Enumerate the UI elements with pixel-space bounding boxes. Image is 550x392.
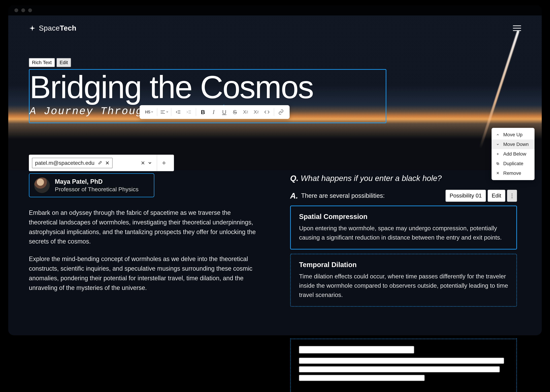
italic-button[interactable]: I: [209, 107, 218, 117]
body-paragraph: Explore the mind-bending concept of worm…: [29, 254, 261, 293]
possibility-variant-chip[interactable]: Possibility 01: [446, 190, 486, 202]
skeleton-line: [299, 366, 500, 372]
email-value: patel.m@spacetech.edu: [35, 160, 95, 166]
qa-block: Q. What happens if you enter a black hol…: [290, 174, 517, 311]
author-card[interactable]: Maya Patel, PhD Professor of Theoretical…: [29, 173, 154, 197]
block-type-chip[interactable]: Rich Text: [29, 58, 55, 67]
remove-tag-icon[interactable]: ✕: [105, 160, 110, 166]
window-titlebar: [8, 5, 542, 15]
author-email-input[interactable]: patel.m@spacetech.edu ✕ ✕ +: [29, 155, 174, 171]
app-window: SpaceTech Rich Text Edit Bridging the Co…: [8, 5, 542, 335]
possibility-title: Spatial Compression: [299, 213, 508, 220]
skeleton-line: [299, 375, 425, 381]
plus-icon: +: [495, 152, 500, 156]
formatting-toolbar: H5 B I U S X: [139, 105, 290, 119]
outdent-button[interactable]: [174, 107, 183, 117]
subscript-button[interactable]: X2: [241, 107, 251, 117]
author-name: Maya Patel, PhD: [55, 178, 139, 185]
menu-move-up[interactable]: Move Up: [492, 130, 535, 140]
edit-icon[interactable]: [98, 161, 102, 165]
title-block: Rich Text Edit Bridging the Cosmos A Jou…: [29, 58, 386, 123]
possibility-item-selected[interactable]: Spatial Compression Upon entering the wo…: [290, 206, 517, 250]
possibility-body: Time dilation effects could occur, where…: [299, 272, 508, 300]
chevron-up-icon: [495, 133, 500, 136]
add-tag-button[interactable]: +: [157, 155, 171, 171]
page-title: Bridging the Cosmos: [29, 71, 382, 103]
possibility-item-overflow: [290, 339, 517, 392]
skeleton-line: [299, 346, 414, 353]
traffic-light-minimize[interactable]: [21, 8, 25, 12]
question-prefix: Q.: [290, 174, 299, 183]
chevron-down-icon[interactable]: [147, 161, 152, 165]
title-edit-region[interactable]: Bridging the Cosmos A Journey Through Wo…: [29, 69, 386, 123]
question-text: What happens if you enter a black hole?: [301, 174, 442, 183]
chevron-down-icon: [495, 143, 500, 146]
answer-prefix: A.: [290, 191, 298, 200]
possibility-title: Temporal Dilation: [299, 261, 508, 269]
possibility-item[interactable]: Temporal Dilation Time dilation effects …: [290, 254, 517, 307]
close-icon: ✕: [495, 171, 500, 175]
more-options-button[interactable]: ⋮: [507, 190, 517, 202]
context-menu: Move Up Move Down + Add Below Duplicate …: [492, 128, 535, 180]
body-paragraph: Embark on an odyssey through the fabric …: [29, 208, 261, 246]
edit-button[interactable]: Edit: [487, 190, 505, 202]
align-select[interactable]: [159, 107, 169, 117]
possibility-body: Upon entering the wormhole, space may un…: [299, 224, 508, 242]
link-button[interactable]: [276, 107, 286, 117]
article-body: Embark on an odyssey through the fabric …: [29, 208, 261, 301]
menu-move-down[interactable]: Move Down: [492, 140, 535, 149]
email-tag: patel.m@spacetech.edu ✕: [32, 158, 112, 168]
superscript-button[interactable]: X2: [251, 107, 261, 117]
menu-remove[interactable]: ✕ Remove: [492, 168, 535, 178]
copy-icon: [495, 162, 500, 165]
indent-button[interactable]: [184, 107, 194, 117]
heading-level-select[interactable]: H5: [143, 107, 155, 117]
block-mode-chip[interactable]: Edit: [56, 58, 71, 67]
underline-button[interactable]: U: [219, 107, 229, 117]
menu-add-below[interactable]: + Add Below: [492, 149, 535, 159]
clear-icon[interactable]: ✕: [141, 160, 145, 166]
author-role: Professor of Theoretical Physics: [55, 186, 139, 193]
bold-button[interactable]: B: [198, 107, 208, 117]
traffic-light-close[interactable]: [14, 8, 18, 12]
traffic-light-zoom[interactable]: [28, 8, 32, 12]
avatar: [34, 177, 50, 193]
menu-duplicate[interactable]: Duplicate: [492, 159, 535, 168]
code-button[interactable]: [262, 107, 272, 117]
answer-intro: There are several possibilities:: [301, 192, 385, 199]
skeleton-line: [299, 358, 504, 364]
strikethrough-button[interactable]: S: [230, 107, 240, 117]
